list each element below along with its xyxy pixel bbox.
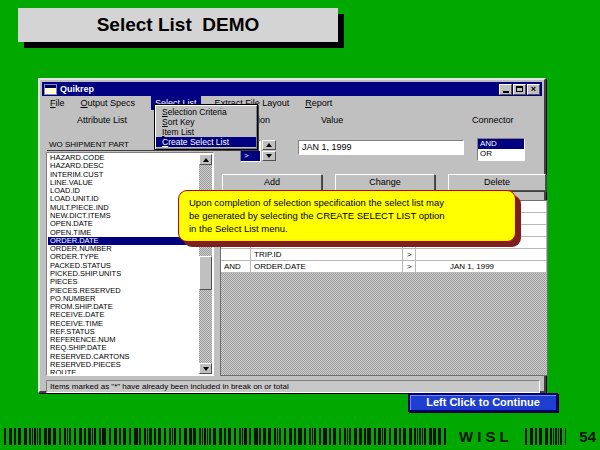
menu-bar: FileOutput SpecsSelect ListExtract File … — [42, 96, 542, 110]
slide-title: Select List DEMO — [18, 8, 338, 42]
criteria-grid-empty-area — [221, 273, 547, 376]
criteria-row[interactable]: TRIP.ID> — [221, 249, 547, 261]
add-button[interactable]: Add — [222, 174, 322, 191]
app-icon — [44, 84, 57, 95]
attribute-listbox: HAZARD.CODEHAZARD.DESCINTERIM.CUSTLINE.V… — [46, 152, 214, 376]
value-label: Value — [321, 115, 343, 125]
footer-brand: WISL — [459, 428, 513, 445]
arrow-down-icon — [203, 367, 209, 371]
continue-button[interactable]: Left Click to Continue — [408, 393, 558, 412]
maximize-button[interactable] — [513, 84, 526, 95]
connector-option-or[interactable]: OR — [478, 149, 524, 159]
scroll-down-button[interactable] — [199, 363, 212, 374]
close-icon: × — [531, 85, 536, 94]
criteria-cell-connector — [221, 249, 251, 260]
menu-report[interactable]: Report — [305, 98, 332, 108]
menu-item-item-list[interactable]: Item List — [156, 127, 256, 137]
connector-label: Connector — [472, 115, 514, 125]
spin-down-button[interactable] — [262, 151, 276, 161]
menu-item-create-select-list[interactable]: Create Select List — [156, 137, 256, 147]
delete-button[interactable]: Delete — [448, 174, 546, 191]
minimize-icon — [503, 91, 509, 93]
menu-item-sort-key[interactable]: Sort Key — [156, 117, 256, 127]
maximize-icon — [516, 86, 523, 92]
criteria-cell-value: JAN 1, 1999 — [416, 261, 547, 272]
scroll-up-button[interactable] — [199, 154, 212, 165]
relation-selected-value[interactable]: > — [241, 151, 260, 161]
relation-spinner — [262, 140, 276, 161]
spin-up-button[interactable] — [262, 140, 276, 150]
minimize-button[interactable] — [499, 84, 512, 95]
criteria-cell-attribute: ORDER.DATE — [251, 261, 403, 272]
barcode-icon — [525, 428, 567, 445]
connector-listbox: ANDOR — [477, 138, 525, 161]
barcode-icon — [4, 428, 447, 445]
attribute-items: HAZARD.CODEHAZARD.DESCINTERIM.CUSTLINE.V… — [48, 154, 199, 374]
footer: WISL 54 — [4, 427, 596, 445]
attribute-scrollbar — [199, 154, 212, 374]
criteria-cell-relation: > — [403, 249, 416, 260]
close-button[interactable]: × — [527, 84, 540, 95]
slide-background: Select List DEMO Quikrep × FileOutput Sp… — [0, 0, 600, 450]
change-button[interactable]: Change — [335, 174, 435, 191]
criteria-row[interactable]: ANDORDER.DATE>JAN 1, 1999 — [221, 261, 547, 273]
titlebar[interactable]: Quikrep × — [42, 82, 542, 96]
value-input[interactable]: JAN 1, 1999 — [298, 140, 464, 155]
window-title: Quikrep — [60, 84, 498, 94]
callout-note: Upon completion of selection specificati… — [178, 190, 516, 242]
arrow-up-icon — [266, 143, 272, 147]
arrow-down-icon — [266, 154, 272, 158]
status-bar: Items marked as "*" have already been in… — [46, 380, 540, 393]
criteria-cell-connector: AND — [221, 261, 251, 272]
action-buttons: AddChangeDelete — [222, 174, 546, 191]
criteria-cell-relation: > — [403, 261, 416, 272]
criteria-cell-attribute: TRIP.ID — [251, 249, 403, 260]
scroll-thumb[interactable] — [199, 256, 212, 290]
menu-item-selection-criteria[interactable]: Selection Criteria — [156, 107, 256, 117]
connector-option-and[interactable]: AND — [478, 139, 524, 149]
attribute-list-label: Attribute List — [77, 115, 127, 125]
select-list-menu: Selection CriteriaSort KeyItem ListCreat… — [154, 104, 258, 150]
menu-file[interactable]: File — [50, 98, 65, 108]
criteria-cell-value — [416, 249, 547, 260]
attribute-item[interactable]: ROUTE — [48, 369, 199, 374]
page-number: 54 — [579, 428, 596, 445]
menu-output-specs[interactable]: Output Specs — [81, 98, 136, 108]
arrow-up-icon — [203, 158, 209, 162]
